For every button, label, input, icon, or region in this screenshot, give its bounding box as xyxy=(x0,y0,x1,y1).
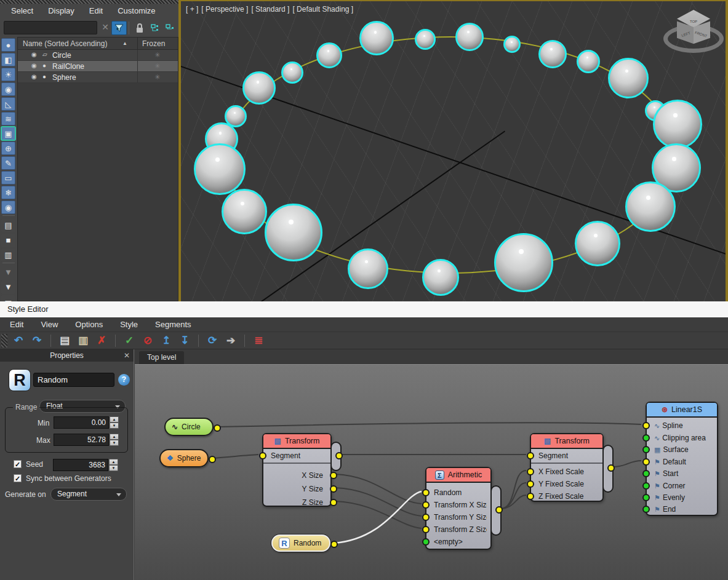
scattered-sphere[interactable] xyxy=(242,71,276,105)
viewport-label-segment[interactable]: [ Perspective ] xyxy=(201,5,248,14)
display-lights-icon[interactable]: ☀ xyxy=(1,68,15,81)
scattered-sphere[interactable] xyxy=(316,42,342,68)
input-port-spline[interactable] xyxy=(642,422,650,429)
scattered-sphere[interactable] xyxy=(265,204,322,261)
apply-button[interactable]: ✓ xyxy=(122,334,137,348)
column-name[interactable]: Name (Sorted Ascending) xyxy=(23,39,107,48)
copy-button[interactable]: ▤ xyxy=(57,334,72,348)
viewport-label-segment[interactable]: [ Default Shading ] xyxy=(292,5,353,14)
min-spinner[interactable]: ▲▼ xyxy=(110,416,119,429)
display-groups-icon[interactable]: ▣ xyxy=(1,127,15,140)
scattered-sphere[interactable] xyxy=(281,62,303,84)
output-port[interactable] xyxy=(495,506,503,514)
scattered-sphere[interactable] xyxy=(422,259,459,296)
display-bones-icon[interactable]: ✎ xyxy=(1,156,15,170)
display-filter-config-icon[interactable]: ▼ xyxy=(1,266,15,279)
input-port-segment[interactable] xyxy=(259,452,266,459)
expand-all-button[interactable] xyxy=(148,21,163,35)
eye-icon[interactable]: ◉ xyxy=(31,73,37,80)
output-port[interactable] xyxy=(330,541,338,548)
generate-on-dropdown[interactable]: Segment xyxy=(50,488,127,501)
node-header[interactable]: ▧Transform xyxy=(531,434,602,449)
seed-checkbox[interactable] xyxy=(14,460,22,468)
scattered-sphere[interactable] xyxy=(194,143,246,195)
output-port[interactable] xyxy=(214,424,221,432)
editor-menu-style[interactable]: Style xyxy=(120,320,138,329)
frozen-icon[interactable]: ✳ xyxy=(154,62,160,70)
search-filter-button[interactable] xyxy=(111,21,127,35)
display-hidden-toggle-icon[interactable]: ◉ xyxy=(1,201,15,214)
scattered-sphere[interactable] xyxy=(653,100,702,149)
view-cube[interactable]: TOP LEFT FRONT xyxy=(660,10,727,71)
node-header[interactable]: ΣArithmetic xyxy=(426,468,490,483)
frozen-icon[interactable]: ✳ xyxy=(154,51,160,59)
collapse-top-button[interactable]: ↥ xyxy=(159,334,174,348)
input-port-segment[interactable] xyxy=(527,452,534,459)
input-port-start[interactable] xyxy=(642,470,650,477)
clear-search-icon[interactable]: ✕ xyxy=(100,22,110,32)
seed-spinner[interactable]: ▲▼ xyxy=(109,459,118,471)
window-title[interactable]: Style Editor xyxy=(0,301,728,317)
lock-button[interactable] xyxy=(132,21,147,35)
explorer-row-sphere[interactable]: ◉●Sphere✳ xyxy=(18,72,178,83)
transform-node-2[interactable]: ▧TransformSegmentX Fixed ScaleY Fixed Sc… xyxy=(530,433,604,502)
input-port-corner[interactable] xyxy=(642,482,650,490)
circle-node[interactable]: ∿Circle xyxy=(164,418,214,436)
scattered-sphere[interactable] xyxy=(348,248,388,289)
frozen-icon[interactable]: ✳ xyxy=(154,73,160,81)
display-list-view-icon[interactable]: ▤ xyxy=(1,219,15,232)
output-port-x-size[interactable] xyxy=(330,472,337,479)
scattered-sphere[interactable] xyxy=(494,233,553,292)
input-port-end[interactable] xyxy=(642,506,650,513)
input-port-surface[interactable] xyxy=(642,446,650,453)
display-detail-view-icon[interactable]: ▥ xyxy=(1,248,15,262)
node-header[interactable]: ⊛Linear1S xyxy=(647,403,717,418)
undo-button[interactable]: ↶ xyxy=(11,334,26,348)
editor-menu-segments[interactable]: Segments xyxy=(155,320,191,329)
input-port--empty-[interactable] xyxy=(422,538,430,546)
menu-edit[interactable]: Edit xyxy=(89,6,103,15)
viewport-label-segment[interactable]: [ Standard ] xyxy=(251,5,289,14)
output-port[interactable] xyxy=(335,452,343,459)
collapse-bottom-button[interactable]: ↧ xyxy=(177,334,192,348)
min-field[interactable]: 0.00 xyxy=(54,416,109,429)
scattered-sphere[interactable] xyxy=(415,29,436,50)
input-port-transform-y-size[interactable] xyxy=(422,514,430,521)
scattered-sphere[interactable] xyxy=(503,36,521,53)
input-port-y-fixed-scale[interactable] xyxy=(527,480,534,488)
explorer-row-railclone[interactable]: ◉●RailClone✳ xyxy=(18,61,178,72)
menu-select[interactable]: Select xyxy=(11,6,33,15)
input-port-x-fixed-scale[interactable] xyxy=(527,468,534,475)
paste-button[interactable]: ▥ xyxy=(76,334,90,348)
editor-menu-view[interactable]: View xyxy=(41,320,58,329)
output-port-y-size[interactable] xyxy=(330,485,337,493)
export-button[interactable]: ➔ xyxy=(223,334,238,348)
scattered-sphere[interactable] xyxy=(625,181,676,232)
display-containers-icon[interactable]: ▭ xyxy=(1,171,15,185)
display-helpers-icon[interactable]: ◺ xyxy=(1,97,15,111)
collapse-all-button[interactable] xyxy=(162,21,178,35)
properties-panel-header[interactable]: Properties ✕ xyxy=(0,349,134,362)
refresh-button[interactable]: ⟳ xyxy=(205,334,220,348)
node-canvas[interactable]: ∿Circle❖Sphere▧TransformSegmentX SizeY S… xyxy=(135,364,728,580)
scattered-sphere[interactable] xyxy=(538,40,567,68)
output-port-z-size[interactable] xyxy=(330,499,337,506)
display-filter-icon[interactable]: ▼ xyxy=(1,280,15,294)
eye-icon[interactable]: ◉ xyxy=(31,62,37,69)
search-input[interactable] xyxy=(4,21,97,34)
close-icon[interactable]: ✕ xyxy=(124,349,130,362)
input-port-transform-z-size[interactable] xyxy=(422,526,430,533)
scattered-sphere[interactable] xyxy=(222,189,267,234)
max-spinner[interactable]: ▲▼ xyxy=(110,434,119,446)
random-node[interactable]: RRandom xyxy=(271,534,330,552)
sync-checkbox[interactable] xyxy=(14,474,22,482)
node-name-field[interactable] xyxy=(33,373,114,387)
discard-button[interactable]: ⊘ xyxy=(140,334,155,348)
viewport-label-segment[interactable]: [ + ] xyxy=(186,5,198,14)
display-space-warps-icon[interactable]: ≋ xyxy=(1,112,15,125)
menu-customize[interactable]: Customize xyxy=(118,6,155,15)
output-port[interactable] xyxy=(209,456,216,463)
notes-button[interactable]: ≣ xyxy=(251,334,266,348)
seed-field[interactable]: 3683 xyxy=(53,459,108,471)
sphere-node[interactable]: ❖Sphere xyxy=(159,449,209,467)
